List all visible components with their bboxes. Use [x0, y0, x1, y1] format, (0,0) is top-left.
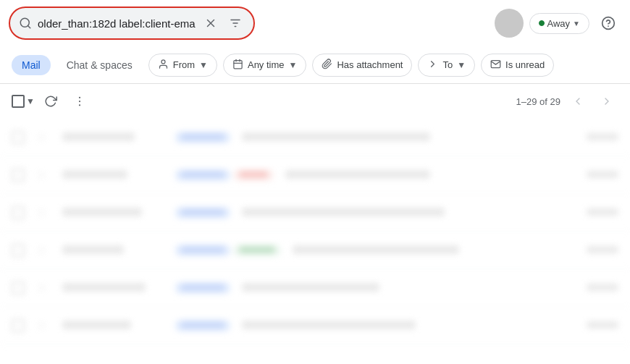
status-label: Away [547, 18, 571, 29]
tab-chat-spaces[interactable]: Chat & spaces [56, 55, 143, 75]
help-button[interactable] [595, 10, 621, 36]
email-subject [242, 207, 563, 219]
list-item[interactable]: ☆ [0, 156, 630, 194]
svg-point-15 [79, 101, 80, 102]
email-subject [242, 132, 563, 143]
tab-mail[interactable]: Mail [12, 55, 51, 75]
list-item[interactable]: ☆ [0, 269, 630, 307]
any-time-chevron-icon: ▼ [289, 60, 298, 70]
search-clear-button[interactable] [201, 14, 220, 33]
filter-to[interactable]: To ▼ [418, 54, 475, 77]
email-time [575, 283, 618, 293]
email-time [575, 170, 618, 180]
row-checkbox [12, 244, 25, 257]
label-tags [175, 245, 281, 256]
list-item[interactable]: ☆ [0, 232, 630, 269]
filter-any-time-label: Any time [248, 59, 285, 70]
email-subject [242, 320, 563, 331]
refresh-button[interactable] [38, 88, 64, 114]
email-time [575, 208, 618, 218]
filter-any-time[interactable]: Any time ▼ [223, 54, 306, 77]
label-tags [175, 207, 230, 219]
next-page-button[interactable] [595, 90, 618, 113]
label-tag-urgent [233, 169, 274, 181]
status-chevron-icon: ▼ [573, 20, 580, 27]
filter-from[interactable]: From ▼ [148, 54, 217, 77]
svg-point-14 [79, 97, 80, 98]
email-time [575, 245, 618, 255]
prev-page-button[interactable] [566, 90, 589, 113]
email-time [575, 132, 618, 143]
label-tag-green [233, 245, 281, 256]
sender-name [62, 207, 164, 219]
select-all-chevron-icon: ▼ [26, 96, 35, 106]
tab-chat-spaces-label: Chat & spaces [67, 59, 133, 71]
label-tag [175, 207, 230, 219]
status-button[interactable]: Away ▼ [529, 13, 589, 34]
label-tags [175, 282, 230, 294]
from-icon [158, 59, 169, 72]
avatar[interactable] [495, 9, 524, 38]
star-icon: ☆ [36, 281, 51, 295]
search-icon [19, 17, 32, 30]
checkbox-box [12, 95, 25, 108]
label-tag [175, 245, 230, 256]
is-unread-icon [490, 59, 501, 72]
email-subject [242, 282, 563, 294]
star-icon: ☆ [36, 318, 51, 333]
more-options-button[interactable] [67, 88, 93, 114]
email-list: ☆ ☆ ☆ ☆ [0, 119, 630, 364]
label-tag [175, 169, 230, 181]
filter-from-label: From [173, 59, 195, 70]
row-checkbox [12, 206, 25, 219]
row-checkbox [12, 131, 25, 144]
label-tags [175, 169, 274, 181]
filter-to-label: To [442, 59, 453, 70]
sender-name [62, 132, 164, 143]
email-time [575, 321, 618, 331]
sender-name [62, 282, 164, 294]
svg-point-16 [79, 104, 80, 106]
top-bar: Away ▼ [0, 0, 630, 46]
any-time-icon [232, 59, 243, 72]
row-checkbox [12, 282, 25, 295]
label-tag [175, 282, 230, 294]
email-subject [293, 245, 563, 256]
label-tag [175, 320, 230, 331]
star-icon: ☆ [36, 168, 51, 182]
pagination-label: 1–29 of 29 [516, 96, 560, 107]
label-tag [175, 132, 230, 143]
tab-mail-label: Mail [22, 59, 41, 71]
has-attachment-icon [322, 59, 332, 72]
sender-name [62, 169, 164, 181]
status-dot [539, 20, 545, 26]
filter-has-attachment[interactable]: Has attachment [312, 54, 412, 77]
svg-line-1 [28, 25, 30, 27]
toolbar-left: ▼ [12, 88, 513, 114]
star-icon: ☆ [36, 206, 51, 220]
sender-name [62, 245, 164, 256]
toolbar-right: 1–29 of 29 [516, 90, 618, 113]
to-icon [427, 59, 438, 72]
row-checkbox [12, 169, 25, 182]
filter-has-attachment-label: Has attachment [337, 59, 403, 70]
filter-is-unread[interactable]: Is unread [481, 54, 554, 77]
select-all-checkbox[interactable]: ▼ [12, 95, 35, 108]
from-chevron-icon: ▼ [199, 60, 208, 70]
star-icon: ☆ [36, 243, 51, 258]
search-filter-button[interactable] [226, 14, 245, 33]
list-item[interactable]: ☆ [0, 307, 630, 344]
star-icon: ☆ [36, 130, 51, 145]
list-item[interactable]: ☆ [0, 119, 630, 156]
svg-point-9 [161, 59, 165, 63]
filter-is-unread-label: Is unread [505, 59, 545, 70]
sender-name [62, 320, 164, 331]
search-box [9, 7, 255, 40]
toolbar: ▼ 1–29 of 29 [0, 84, 630, 119]
list-item[interactable]: ☆ [0, 194, 630, 232]
search-input[interactable] [38, 17, 196, 30]
row-checkbox [12, 319, 25, 332]
to-chevron-icon: ▼ [457, 60, 466, 70]
avatar-area: Away ▼ [495, 9, 621, 38]
email-subject [285, 169, 563, 181]
